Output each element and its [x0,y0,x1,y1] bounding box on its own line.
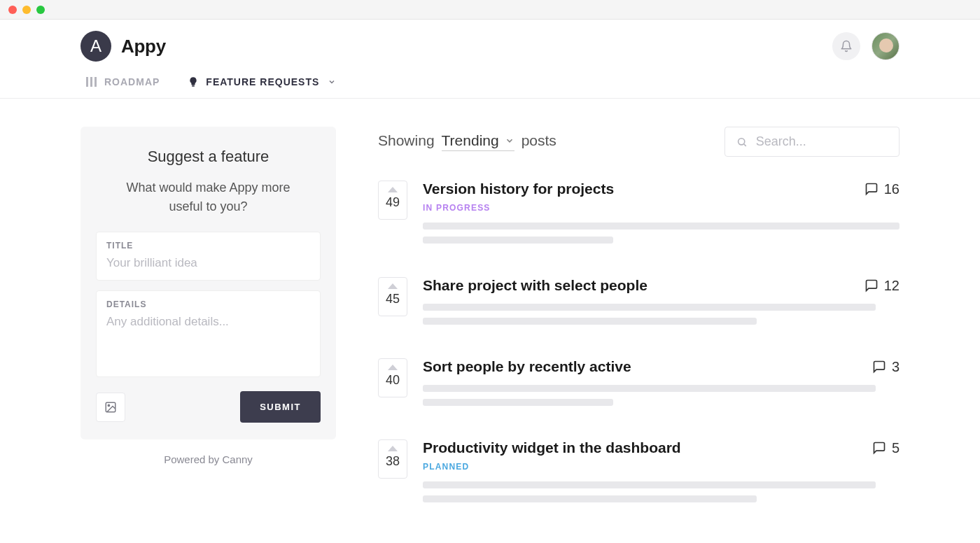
upvote-arrow-icon [388,283,398,289]
svg-rect-2 [94,77,97,87]
submit-button[interactable]: SUBMIT [240,391,321,423]
title-field-label: TITLE [106,241,310,251]
comments-count: 3 [892,359,899,375]
post-title[interactable]: Sort people by recently active [423,358,631,375]
window-minimize-dot[interactable] [22,6,31,14]
placeholder-line [423,399,613,406]
title-input[interactable] [106,256,310,270]
placeholder-line [423,495,757,502]
details-field-wrapper: DETAILS [96,290,321,377]
comment-icon [864,278,878,292]
vote-button[interactable]: 45 [378,277,407,316]
attach-image-button[interactable] [96,393,125,422]
suggest-feature-card: Suggest a feature What would make Appy m… [80,127,336,439]
lightbulb-icon [188,76,199,88]
suggest-heading: Suggest a feature [96,148,321,166]
sort-label: Trending [442,132,499,149]
post-item: 45Share project with select people12 [378,277,899,332]
window-chrome [0,0,980,20]
powered-by[interactable]: Powered by Canny [80,453,336,465]
post-excerpt-placeholder [423,304,899,325]
chevron-down-icon [328,78,336,86]
form-actions: SUBMIT [96,391,321,423]
vote-button[interactable]: 40 [378,358,407,397]
notifications-button[interactable] [832,32,860,60]
post-top-row: Share project with select people12 [423,277,899,294]
upvote-arrow-icon [388,187,398,192]
comments-link[interactable]: 3 [872,359,899,375]
header: A Appy [0,20,980,69]
nav-feature-requests-label: FEATURE REQUESTS [206,76,319,87]
comments-count: 16 [884,181,899,197]
brand-logo: A [80,31,111,62]
main-nav: ROADMAP FEATURE REQUESTS [0,69,980,99]
post-top-row: Productivity widget in the dashboard5 [423,439,899,456]
post-body: Version history for projects16IN PROGRES… [423,181,899,251]
placeholder-line [423,223,899,230]
svg-point-6 [738,138,745,144]
vote-count: 38 [386,454,400,469]
window-zoom-dot[interactable] [36,6,45,14]
post-title[interactable]: Share project with select people [423,277,648,294]
content: Suggest a feature What would make Appy m… [0,99,980,536]
svg-rect-1 [90,77,92,87]
details-field-label: DETAILS [106,299,310,309]
upvote-arrow-icon [388,446,398,451]
brand-name: Appy [121,36,166,57]
vote-count: 40 [386,373,400,388]
comments-count: 5 [892,440,899,456]
showing-prefix: Showing [378,132,435,149]
svg-rect-0 [86,77,88,87]
post-status: IN PROGRESS [423,203,899,213]
comments-link[interactable]: 5 [872,440,899,456]
post-item: 38Productivity widget in the dashboard5P… [378,439,899,509]
suggest-subheading: What would make Appy more useful to you? [121,178,296,216]
search-input[interactable] [756,134,888,149]
nav-roadmap-label: ROADMAP [104,76,160,87]
details-input[interactable] [106,315,310,364]
search-box[interactable] [724,127,899,157]
upvote-arrow-icon [388,365,398,370]
placeholder-line [423,481,876,488]
brand[interactable]: A Appy [80,31,166,62]
vote-button[interactable]: 49 [378,181,407,220]
header-actions [832,32,899,60]
bell-icon [840,40,853,52]
post-title[interactable]: Version history for projects [423,181,614,197]
placeholder-line [423,385,876,392]
comment-icon [872,441,886,455]
placeholder-line [423,318,757,325]
window-close-dot[interactable] [8,6,17,14]
post-top-row: Sort people by recently active3 [423,358,899,375]
post-item: 49Version history for projects16IN PROGR… [378,181,899,251]
left-column: Suggest a feature What would make Appy m… [80,127,336,536]
post-status: PLANNED [423,462,899,472]
post-body: Productivity widget in the dashboard5PLA… [423,439,899,509]
post-item: 40Sort people by recently active3 [378,358,899,413]
comment-icon [872,360,886,374]
user-avatar[interactable] [872,32,899,60]
feed-header: Showing Trending posts [378,127,899,157]
search-icon [736,136,748,148]
image-icon [104,401,118,414]
nav-roadmap[interactable]: ROADMAP [86,76,160,87]
comments-count: 12 [884,278,899,294]
showing-suffix: posts [522,132,556,149]
post-body: Share project with select people12 [423,277,899,332]
placeholder-line [423,237,613,244]
post-excerpt-placeholder [423,385,899,406]
nav-feature-requests[interactable]: FEATURE REQUESTS [188,76,336,88]
post-body: Sort people by recently active3 [423,358,899,413]
svg-point-5 [108,404,109,406]
vote-button[interactable]: 38 [378,439,407,479]
comments-link[interactable]: 12 [864,278,899,294]
feed-list: 49Version history for projects16IN PROGR… [378,181,899,509]
post-excerpt-placeholder [423,223,899,244]
comments-link[interactable]: 16 [864,181,899,197]
post-title[interactable]: Productivity widget in the dashboard [423,439,681,456]
title-field-wrapper: TITLE [96,232,321,281]
feed-column: Showing Trending posts 49Version history… [378,127,899,536]
sort-toggle[interactable]: Trending [442,132,514,151]
post-top-row: Version history for projects16 [423,181,899,197]
comment-icon [864,182,878,196]
